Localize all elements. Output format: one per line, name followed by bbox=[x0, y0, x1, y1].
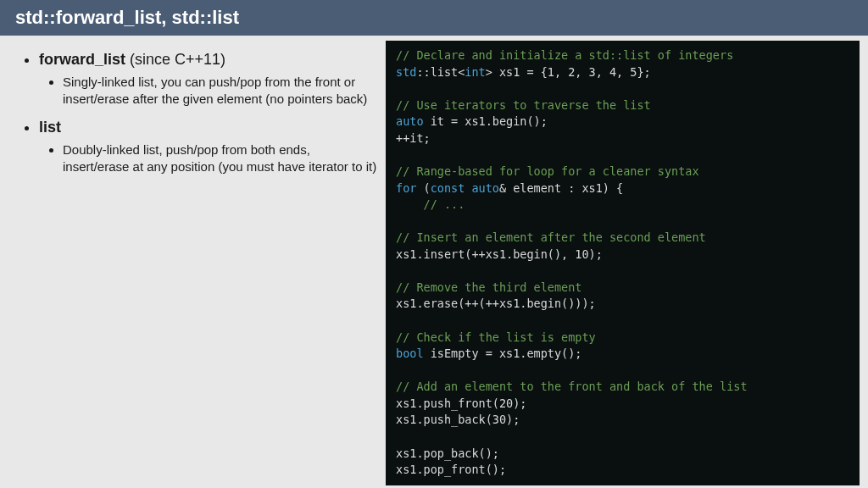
slide: std::forward_list, std::list forward_lis… bbox=[0, 0, 868, 488]
code-comment: // Insert an element after the second el… bbox=[396, 230, 706, 244]
code-text: & element : xs1) { bbox=[499, 181, 623, 195]
code-text: it = xs1.begin(); bbox=[424, 114, 548, 128]
code-comment: // Remove the third element bbox=[396, 280, 581, 294]
bullet-2-strong: list bbox=[39, 119, 61, 136]
bullet-1-rest: (since C++11) bbox=[125, 51, 225, 68]
code-block: // Declare and initialize a std::list of… bbox=[386, 41, 860, 485]
code-kw: std bbox=[396, 65, 416, 79]
content-right: // Declare and initialize a std::list of… bbox=[386, 36, 868, 488]
bullet-1-strong: forward_list bbox=[39, 51, 125, 68]
code-text: isEmpty = xs1.empty(); bbox=[424, 347, 582, 360]
bullet-2-sub: Doubly-linked list, push/pop from both e… bbox=[63, 141, 377, 176]
code-kw: auto bbox=[396, 114, 424, 128]
code-text: xs1.push_back(30); bbox=[396, 413, 520, 426]
code-comment: // Declare and initialize a std::list of… bbox=[396, 48, 733, 62]
slide-body: forward_list (since C++11) Singly-linked… bbox=[0, 36, 868, 488]
code-comment: // Check if the list is empty bbox=[396, 330, 596, 344]
code-comment: // Range-based for loop for a cleaner sy… bbox=[396, 164, 699, 178]
code-comment: // ... bbox=[424, 197, 465, 211]
code-text: ++it; bbox=[396, 131, 431, 145]
code-comment: // Use iterators to traverse the list bbox=[396, 98, 651, 112]
bullet-list: forward_list (since C++11) Singly-linked… bbox=[24, 51, 377, 175]
code-kw: for bbox=[396, 181, 416, 195]
bullet-2: list Doubly-linked list, push/pop from b… bbox=[39, 119, 377, 176]
code-kw: int bbox=[465, 65, 485, 79]
code-text: xs1.pop_back(); bbox=[396, 446, 499, 460]
code-comment: // Add an element to the front and back … bbox=[396, 380, 748, 393]
code-text: xs1.insert(++xs1.begin(), 10); bbox=[396, 247, 603, 261]
content-left: forward_list (since C++11) Singly-linked… bbox=[0, 36, 386, 488]
code-text: > xs1 = {1, 2, 3, 4, 5}; bbox=[486, 65, 651, 79]
code-kw: bool bbox=[396, 347, 424, 360]
code-text: ( bbox=[416, 181, 430, 195]
code-text: xs1.push_front(20); bbox=[396, 396, 526, 410]
slide-title: std::forward_list, std::list bbox=[0, 0, 868, 36]
code-text: xs1.pop_front(); bbox=[396, 463, 506, 476]
bullet-1: forward_list (since C++11) Singly-linked… bbox=[39, 51, 377, 108]
code-text bbox=[396, 197, 424, 211]
code-text: xs1.erase(++(++xs1.begin())); bbox=[396, 297, 596, 310]
code-kw: const auto bbox=[431, 181, 499, 195]
code-text: ::list< bbox=[416, 65, 465, 79]
bullet-1-sub: Singly-linked list, you can push/pop fro… bbox=[63, 74, 377, 108]
